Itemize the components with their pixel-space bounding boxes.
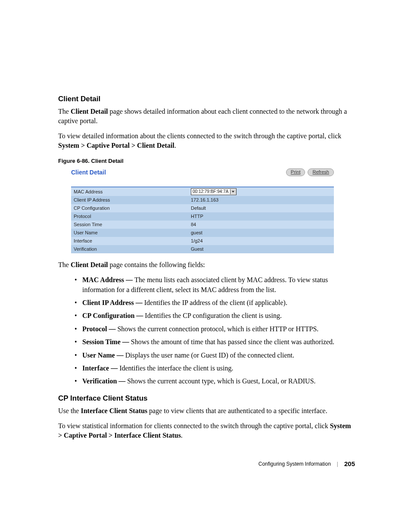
field-desc: Identifies the IP address of the client … (144, 299, 287, 306)
table-row: MAC Address 00:12:79:BF:94:7A (71, 187, 334, 196)
list-item: Verification — Shows the current account… (75, 376, 355, 386)
field-desc: Identifies the interface the client is u… (119, 364, 233, 372)
list-item: Session Time — Shows the amount of time … (75, 337, 355, 347)
refresh-button[interactable]: Refresh (308, 168, 334, 176)
field-desc: Displays the user name (or Guest ID) of … (125, 352, 294, 359)
chevron-down-icon (230, 189, 236, 194)
list-item: Client IP Address — Identifies the IP ad… (75, 298, 355, 308)
field-term: Session Time — (82, 338, 131, 345)
row-label: CP Configuration (71, 204, 188, 212)
field-term: CP Configuration — (82, 312, 145, 319)
list-item: CP Configuration — Identifies the CP con… (75, 311, 355, 320)
bold-term: Client Detail (71, 261, 108, 268)
bold-term: System > Captive Portal > Client Detail (58, 142, 174, 149)
text-fragment: The (58, 261, 71, 268)
client-detail-table: MAC Address 00:12:79:BF:94:7A Client IP … (71, 187, 334, 253)
bold-term: Client Detail (71, 108, 108, 115)
row-label: Session Time (71, 221, 188, 229)
paragraph-client-detail-nav: To view detailed information about the c… (58, 131, 355, 150)
row-value: Default (188, 204, 334, 212)
table-row: Verification Guest (71, 245, 334, 253)
text-fragment: To view statistical information for clie… (58, 422, 330, 429)
row-value: HTTP (188, 212, 334, 221)
footer-divider: | (337, 461, 338, 467)
row-label: Interface (71, 237, 188, 245)
row-label: MAC Address (71, 187, 188, 196)
paragraph-cp-interface-nav: To view statistical information for clie… (58, 421, 355, 440)
text-fragment: Use the (58, 407, 81, 414)
field-term: MAC Address — (82, 276, 134, 283)
row-value: 1/g24 (188, 237, 334, 245)
mac-address-select[interactable]: 00:12:79:BF:94:7A (191, 188, 237, 195)
field-desc: Shows the amount of time that has passed… (131, 338, 334, 345)
figure-client-detail: Client Detail Print Refresh MAC Address … (71, 168, 334, 253)
paragraph-cp-interface-intro: Use the Interface Client Status page to … (58, 406, 355, 416)
figure-caption: Figure 6-86. Client Detail (58, 158, 355, 164)
bold-term: Interface Client Status (81, 407, 147, 414)
table-row: Protocol HTTP (71, 212, 334, 221)
table-row: CP Configuration Default (71, 204, 334, 212)
field-desc: Identifies the CP configuration the clie… (145, 312, 282, 319)
field-term: Interface — (82, 364, 119, 372)
text-fragment: . (174, 142, 176, 149)
row-value: 00:12:79:BF:94:7A (188, 187, 334, 196)
field-desc: Shows the current connection protocol, w… (117, 325, 318, 333)
list-item: User Name — Displays the user name (or G… (75, 351, 355, 360)
table-row: Client IP Address 172.16.1.163 (71, 196, 334, 204)
field-desc: Shows the current account type, which is… (127, 377, 315, 385)
row-label: User Name (71, 229, 188, 237)
row-value: guest (188, 229, 334, 237)
mac-address-value: 00:12:79:BF:94:7A (193, 189, 228, 194)
text-fragment: page to view clients that are authentica… (147, 407, 327, 414)
row-label: Verification (71, 245, 188, 253)
text-fragment: The (58, 108, 71, 115)
page-number: 205 (344, 460, 355, 467)
list-item: Protocol — Shows the current connection … (75, 324, 355, 334)
figure-header: Client Detail Print Refresh (71, 168, 334, 176)
list-item: Interface — Identifies the interface the… (75, 364, 355, 373)
section-heading-client-detail: Client Detail (58, 95, 355, 103)
print-button[interactable]: Print (286, 168, 305, 176)
text-fragment: To view detailed information about the c… (58, 132, 341, 140)
paragraph-fields-intro: The Client Detail page contains the foll… (58, 260, 355, 270)
footer-text: Configuring System Information (258, 461, 331, 467)
table-row: Session Time 84 (71, 221, 334, 229)
list-item: MAC Address — The menu lists each associ… (75, 275, 355, 295)
field-term: Client IP Address — (82, 299, 144, 306)
section-heading-cp-interface: CP Interface Client Status (58, 394, 355, 403)
paragraph-client-detail-intro: The Client Detail page shows detailed in… (58, 107, 355, 125)
table-row: Interface 1/g24 (71, 237, 334, 245)
figure-buttons: Print Refresh (286, 168, 334, 176)
figure-title: Client Detail (71, 169, 106, 176)
table-row: User Name guest (71, 229, 334, 237)
text-fragment: page contains the following fields: (108, 261, 205, 268)
row-label: Client IP Address (71, 196, 188, 204)
page-footer: Configuring System Information | 205 (258, 460, 355, 467)
row-label: Protocol (71, 212, 188, 221)
field-term: Verification — (82, 377, 127, 385)
row-value: 172.16.1.163 (188, 196, 334, 204)
field-term: User Name — (82, 352, 125, 359)
text-fragment: . (181, 432, 183, 439)
fields-list: MAC Address — The menu lists each associ… (58, 275, 355, 386)
row-value: 84 (188, 221, 334, 229)
field-term: Protocol — (82, 325, 117, 333)
row-value: Guest (188, 245, 334, 253)
